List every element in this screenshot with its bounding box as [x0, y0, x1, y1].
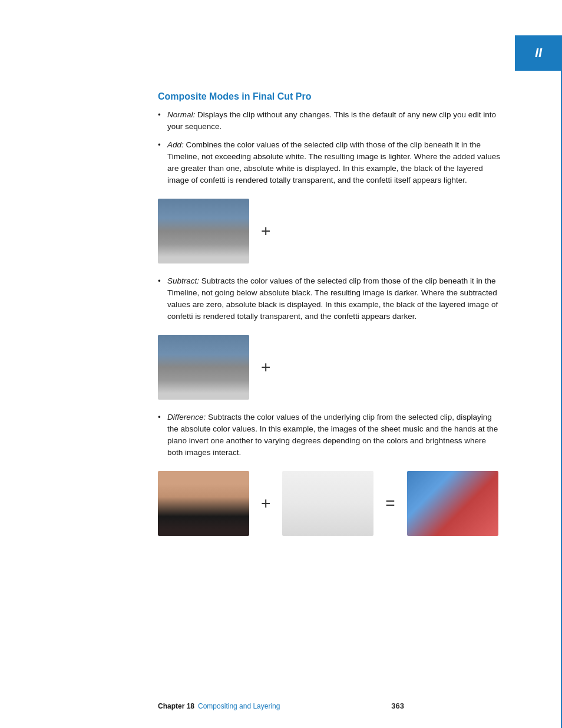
- text-subtract: Subtracts the color values of the select…: [167, 276, 498, 321]
- footer-right: 363: [391, 701, 404, 710]
- list-item-subtract: Subtract: Subtracts the color values of …: [158, 275, 503, 323]
- image-row-subtract: + =: [158, 335, 503, 400]
- section-title: Composite Modes in Final Cut Pro: [158, 91, 503, 102]
- image-row-difference: + =: [158, 471, 503, 536]
- add-source-image: [158, 199, 249, 263]
- list-item-difference: Difference: Subtracts the color values o…: [158, 411, 503, 459]
- bullet-list: Normal: Displays the clip without any ch…: [158, 109, 503, 187]
- list-item-normal: Normal: Displays the clip without any ch…: [158, 109, 503, 133]
- difference-overlay-image: [282, 471, 373, 536]
- term-normal: Normal:: [167, 110, 195, 119]
- term-add: Add:: [167, 140, 184, 149]
- equals-symbol-3: =: [373, 494, 406, 513]
- text-add: Combines the color values of the selecte…: [167, 140, 500, 185]
- difference-source-image: [158, 471, 249, 536]
- term-subtract: Subtract:: [167, 276, 199, 285]
- difference-result-image: [407, 471, 498, 536]
- footer-page-num: 363: [391, 701, 404, 710]
- chapter-tab-label: II: [535, 45, 542, 61]
- page-container: II Composite Modes in Final Cut Pro Norm…: [0, 0, 562, 728]
- text-difference: Subtracts the color values of the underl…: [167, 413, 498, 457]
- footer-chapter-num: Chapter 18: [158, 702, 194, 710]
- plus-symbol-3: +: [249, 494, 282, 513]
- chapter-tab: II: [515, 35, 562, 71]
- text-normal: Displays the clip without any changes. T…: [167, 110, 496, 131]
- footer-left: Chapter 18 Compositing and Layering: [158, 702, 280, 710]
- main-content: Composite Modes in Final Cut Pro Normal:…: [158, 0, 503, 595]
- subtract-source-image: [158, 335, 249, 400]
- footer-chapter-name: Compositing and Layering: [198, 702, 280, 710]
- list-item-add: Add: Combines the color values of the se…: [158, 139, 503, 187]
- term-difference: Difference:: [167, 413, 206, 421]
- plus-symbol-1: +: [249, 222, 282, 241]
- bullet-list-difference: Difference: Subtracts the color values o…: [158, 411, 503, 459]
- plus-symbol-2: +: [249, 358, 282, 377]
- page-footer: Chapter 18 Compositing and Layering 363: [0, 701, 562, 710]
- image-row-add: + =: [158, 199, 503, 263]
- bullet-list-subtract: Subtract: Subtracts the color values of …: [158, 275, 503, 323]
